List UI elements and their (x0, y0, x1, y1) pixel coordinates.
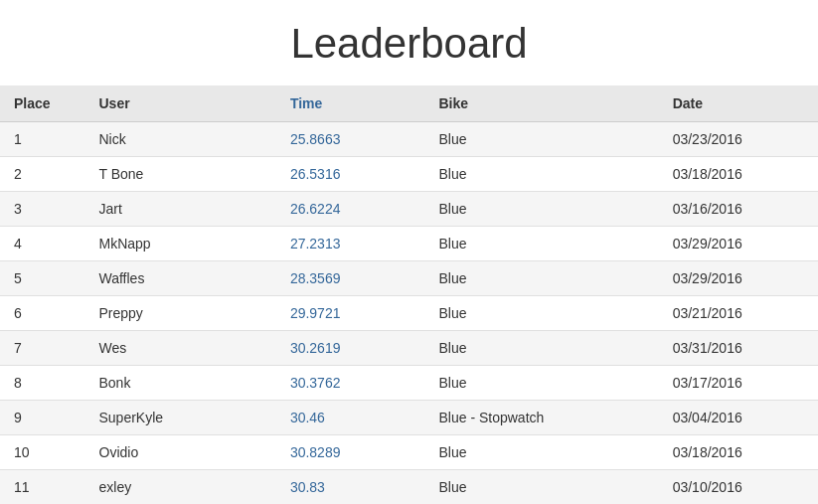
cell-place: 4 (0, 227, 85, 261)
cell-place: 6 (0, 296, 85, 331)
cell-bike: Blue (425, 157, 659, 192)
cell-place: 8 (0, 366, 85, 401)
header-date: Date (659, 85, 818, 122)
cell-user: Wes (85, 331, 276, 366)
cell-user: exley (85, 470, 276, 505)
cell-place: 1 (0, 122, 85, 157)
cell-bike: Blue (425, 296, 659, 331)
table-row: 7Wes30.2619Blue03/31/2016 (0, 331, 818, 366)
cell-date: 03/10/2016 (659, 470, 818, 505)
cell-date: 03/18/2016 (659, 435, 818, 470)
cell-place: 2 (0, 157, 85, 192)
header-bike: Bike (425, 85, 659, 122)
cell-time: 30.8289 (276, 435, 425, 470)
cell-time: 26.6224 (276, 192, 425, 227)
cell-date: 03/21/2016 (659, 296, 818, 331)
cell-user: Ovidio (85, 435, 276, 470)
table-row: 11exley30.83Blue03/10/2016 (0, 470, 818, 505)
table-row: 4MkNapp27.2313Blue03/29/2016 (0, 227, 818, 261)
cell-user: Bonk (85, 366, 276, 401)
cell-time: 30.2619 (276, 331, 425, 366)
table-row: 6Preppy29.9721Blue03/21/2016 (0, 296, 818, 331)
cell-user: MkNapp (85, 227, 276, 261)
cell-date: 03/31/2016 (659, 331, 818, 366)
table-row: 1Nick25.8663Blue03/23/2016 (0, 122, 818, 157)
header-user: User (85, 85, 276, 122)
leaderboard-table: Place User Time Bike Date 1Nick25.8663Bl… (0, 85, 818, 504)
table-row: 5Waffles28.3569Blue03/29/2016 (0, 261, 818, 296)
table-row: 10Ovidio30.8289Blue03/18/2016 (0, 435, 818, 470)
cell-bike: Blue (425, 470, 659, 505)
cell-user: T Bone (85, 157, 276, 192)
cell-time: 30.3762 (276, 366, 425, 401)
cell-date: 03/17/2016 (659, 366, 818, 401)
cell-date: 03/16/2016 (659, 192, 818, 227)
cell-time: 30.46 (276, 401, 425, 435)
cell-bike: Blue (425, 435, 659, 470)
cell-bike: Blue - Stopwatch (425, 401, 659, 435)
cell-date: 03/18/2016 (659, 157, 818, 192)
header-time: Time (276, 85, 425, 122)
cell-bike: Blue (425, 192, 659, 227)
cell-bike: Blue (425, 227, 659, 261)
cell-time: 28.3569 (276, 261, 425, 296)
cell-place: 5 (0, 261, 85, 296)
cell-date: 03/23/2016 (659, 122, 818, 157)
table-row: 2T Bone26.5316Blue03/18/2016 (0, 157, 818, 192)
cell-bike: Blue (425, 366, 659, 401)
cell-place: 3 (0, 192, 85, 227)
cell-time: 27.2313 (276, 227, 425, 261)
cell-user: Jart (85, 192, 276, 227)
cell-time: 25.8663 (276, 122, 425, 157)
cell-place: 9 (0, 401, 85, 435)
cell-user: Nick (85, 122, 276, 157)
cell-time: 26.5316 (276, 157, 425, 192)
cell-bike: Blue (425, 122, 659, 157)
cell-user: SuperKyle (85, 401, 276, 435)
cell-place: 7 (0, 331, 85, 366)
cell-bike: Blue (425, 331, 659, 366)
page-title: Leaderboard (0, 0, 818, 85)
cell-user: Preppy (85, 296, 276, 331)
cell-user: Waffles (85, 261, 276, 296)
table-row: 3Jart26.6224Blue03/16/2016 (0, 192, 818, 227)
table-row: 9SuperKyle30.46Blue - Stopwatch03/04/201… (0, 401, 818, 435)
cell-date: 03/04/2016 (659, 401, 818, 435)
cell-date: 03/29/2016 (659, 227, 818, 261)
cell-place: 10 (0, 435, 85, 470)
cell-bike: Blue (425, 261, 659, 296)
table-header-row: Place User Time Bike Date (0, 85, 818, 122)
cell-time: 30.83 (276, 470, 425, 505)
table-row: 8Bonk30.3762Blue03/17/2016 (0, 366, 818, 401)
cell-date: 03/29/2016 (659, 261, 818, 296)
cell-place: 11 (0, 470, 85, 505)
cell-time: 29.9721 (276, 296, 425, 331)
header-place: Place (0, 85, 85, 122)
